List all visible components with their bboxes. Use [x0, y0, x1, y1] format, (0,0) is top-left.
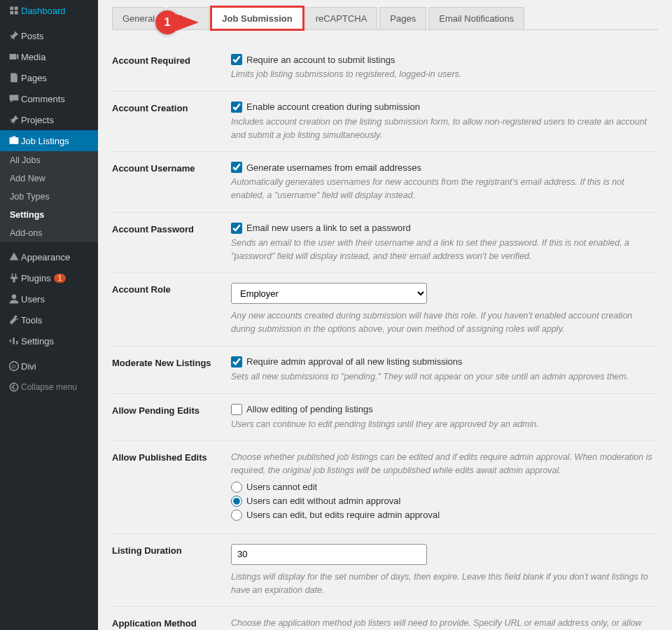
checkbox-moderate[interactable]	[231, 356, 242, 368]
help-text: Sets all new submissions to "pending." T…	[231, 370, 658, 384]
label-allow-published: Allow Published Edits	[112, 451, 231, 463]
label-allow-pending: Allow Pending Edits	[112, 404, 231, 416]
help-text: Choose whether published job listings ca…	[231, 451, 658, 477]
label-account-password: Account Password	[112, 223, 231, 234]
sidebar-label: Divi	[21, 361, 36, 372]
checkbox-label: Allow editing of pending listings	[246, 404, 373, 414]
sidebar-sub-settings[interactable]: Settings	[0, 206, 98, 224]
svg-point-3	[10, 383, 18, 391]
tab-email-notifications[interactable]: Email Notifications	[428, 7, 524, 29]
radio-label: Users can edit, but edits require admin …	[246, 510, 440, 520]
radio-cannot-edit[interactable]	[231, 482, 242, 493]
label-listing-duration: Listing Duration	[112, 544, 231, 556]
sidebar-label: Settings	[21, 336, 54, 346]
sidebar-sub-job-types[interactable]: Job Types	[0, 188, 98, 206]
sidebar-label: Comments	[21, 94, 65, 104]
collapse-icon	[7, 382, 21, 393]
row-account-role: Account Role Employer Any new accounts c…	[112, 273, 658, 346]
row-listing-duration: Listing Duration Listings will display f…	[112, 534, 658, 608]
select-account-role[interactable]: Employer	[231, 283, 427, 304]
label-account-required: Account Required	[112, 54, 231, 66]
page-icon	[7, 72, 21, 83]
users-icon	[7, 293, 21, 304]
tab-job-submission[interactable]: Job Submission	[211, 7, 302, 29]
sidebar-item-media[interactable]: Media	[0, 46, 98, 67]
sidebar-item-divi[interactable]: D Divi	[0, 356, 98, 377]
radio-edit-with-approval[interactable]	[231, 510, 242, 521]
tab-general[interactable]: General	[112, 7, 165, 29]
checkbox-label: Require an account to submit listings	[246, 55, 395, 65]
checkbox-account-username[interactable]	[231, 162, 242, 173]
sidebar-label: Tools	[21, 315, 42, 326]
help-text: Choose the application method job lister…	[231, 617, 658, 630]
sidebar-collapse[interactable]: Collapse menu	[0, 377, 98, 398]
label-account-role: Account Role	[112, 283, 231, 295]
checkbox-label: Enable account creation during submissio…	[246, 102, 420, 112]
sidebar-sub-add-new[interactable]: Add New	[0, 169, 98, 188]
checkbox-account-creation[interactable]	[231, 102, 242, 113]
sidebar-item-appearance[interactable]: Appearance	[0, 246, 98, 267]
sidebar-item-tools[interactable]: Tools	[0, 309, 98, 330]
tab-recaptcha[interactable]: reCAPTCHA	[305, 7, 378, 29]
media-icon	[7, 51, 21, 62]
tab-partial[interactable]: J	[167, 7, 209, 29]
checkbox-allow-pending[interactable]	[231, 404, 242, 415]
row-account-username: Account Username Generate usernames from…	[112, 152, 658, 213]
pin-icon	[7, 114, 21, 125]
checkbox-label: Require admin approval of all new listin…	[246, 356, 463, 367]
sidebar-sub-all-jobs[interactable]: All Jobs	[0, 151, 98, 169]
help-text: Any new accounts created during submissi…	[231, 309, 658, 336]
row-account-password: Account Password Email new users a link …	[112, 213, 658, 274]
svg-point-0	[12, 295, 16, 299]
label-account-username: Account Username	[112, 162, 231, 174]
tab-pages[interactable]: Pages	[379, 7, 426, 29]
comment-icon	[7, 93, 21, 104]
sidebar-item-projects[interactable]: Projects	[0, 109, 98, 130]
sidebar-label: Media	[21, 52, 46, 62]
settings-content: General J Job Submission reCAPTCHA Pages…	[98, 0, 672, 630]
row-account-creation: Account Creation Enable account creation…	[112, 92, 658, 153]
appearance-icon	[7, 251, 21, 262]
plugin-icon	[7, 272, 21, 284]
sidebar-item-posts[interactable]: Posts	[0, 25, 98, 46]
divi-icon: D	[7, 360, 21, 372]
row-allow-published: Allow Published Edits Choose whether pub…	[112, 441, 658, 534]
sidebar-label: Pages	[21, 73, 47, 83]
help-text: Limits job listing submissions to regist…	[231, 68, 658, 81]
row-account-required: Account Required Require an account to s…	[112, 44, 658, 92]
row-moderate-listings: Moderate New Listings Require admin appr…	[112, 346, 658, 394]
sidebar-item-comments[interactable]: Comments	[0, 88, 98, 109]
tools-icon	[7, 314, 21, 326]
help-text: Automatically generates usernames for ne…	[231, 176, 658, 202]
help-text: Users can continue to edit pending listi…	[231, 418, 658, 431]
checkbox-label: Generate usernames from email addresses	[246, 162, 421, 173]
checkbox-account-password[interactable]	[231, 223, 242, 234]
checkbox-label: Email new users a link to set a password	[246, 223, 411, 233]
sidebar-item-settings[interactable]: Settings	[0, 330, 98, 351]
sidebar-label: Projects	[21, 115, 54, 125]
input-listing-duration[interactable]	[231, 544, 427, 565]
svg-text:D: D	[12, 363, 16, 370]
radio-label: Users cannot edit	[246, 482, 317, 492]
help-text: Sends an email to the user with their us…	[231, 237, 658, 263]
radio-edit-no-approval[interactable]	[231, 496, 242, 507]
label-application-method: Application Method	[112, 617, 231, 629]
label-account-creation: Account Creation	[112, 102, 231, 113]
dashboard-icon	[7, 5, 21, 16]
settings-tabs: General J Job Submission reCAPTCHA Pages…	[112, 7, 658, 30]
row-allow-pending: Allow Pending Edits Allow editing of pen…	[112, 394, 658, 442]
sidebar-item-plugins[interactable]: Plugins 1	[0, 267, 98, 288]
sidebar-sub-addons[interactable]: Add-ons	[0, 224, 98, 242]
admin-sidebar: Dashboard Posts Media Pages Comments Pro…	[0, 0, 98, 630]
sidebar-label: Appearance	[21, 252, 70, 262]
settings-icon	[7, 335, 21, 346]
help-text: Listings will display for the set number…	[231, 570, 658, 597]
sidebar-item-users[interactable]: Users	[0, 288, 98, 309]
checkbox-account-required[interactable]	[231, 54, 242, 65]
sidebar-item-pages[interactable]: Pages	[0, 67, 98, 88]
help-text: Includes account creation on the listing…	[231, 115, 658, 142]
sidebar-item-job-listings[interactable]: Job Listings	[0, 130, 98, 151]
row-application-method: Application Method Choose the applicatio…	[112, 607, 658, 630]
label-moderate: Moderate New Listings	[112, 356, 231, 368]
sidebar-item-dashboard[interactable]: Dashboard	[0, 0, 98, 21]
